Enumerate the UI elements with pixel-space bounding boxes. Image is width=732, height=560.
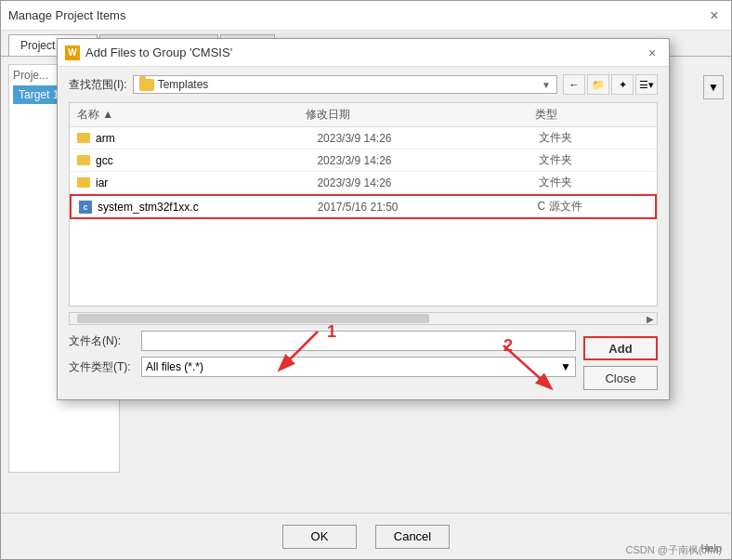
dialog-title-bar: W Add Files to Group 'CMSIS' × bbox=[58, 39, 669, 67]
location-value: Templates bbox=[158, 78, 538, 91]
file-row-system-stm32[interactable]: c system_stm32f1xx.c 2017/5/16 21:50 C 源… bbox=[70, 194, 657, 219]
filename-label: 文件名(N): bbox=[69, 333, 134, 349]
outer-bottom-bar: OK Cancel Help bbox=[1, 513, 731, 559]
file-type-arm: 文件夹 bbox=[539, 130, 649, 146]
scroll-thumb bbox=[77, 314, 429, 323]
dialog-title-text: Add Files to Group 'CMSIS' bbox=[85, 46, 232, 59]
folder-icon bbox=[139, 79, 154, 91]
add-files-dialog: W Add Files to Group 'CMSIS' × 查找范围(I): … bbox=[57, 38, 670, 400]
toolbar-buttons: ← 📁 ✦ ☰▾ bbox=[563, 74, 658, 95]
down-arrow-button[interactable]: ▼ bbox=[703, 75, 724, 99]
folder-up-icon: 📁 bbox=[592, 79, 605, 91]
file-date-system-stm32: 2017/5/16 21:50 bbox=[318, 201, 538, 214]
new-folder-icon: ✦ bbox=[619, 79, 627, 91]
file-date-gcc: 2023/3/9 14:26 bbox=[317, 154, 538, 167]
folder-icon-gcc bbox=[77, 155, 90, 165]
new-folder-button[interactable]: ✦ bbox=[611, 74, 634, 95]
dialog-app-icon: W bbox=[65, 46, 80, 60]
watermark: CSDN @子南枫(JIM) bbox=[626, 543, 722, 557]
location-bar: 查找范围(I): Templates ▼ ← 📁 ✦ bbox=[69, 74, 658, 95]
filetype-row: 文件类型(T): All files (*.*) ▼ bbox=[69, 357, 658, 377]
close-dialog-button[interactable]: Close bbox=[583, 366, 658, 390]
file-name-system-stm32: system_stm32f1xx.c bbox=[98, 201, 318, 214]
view-button[interactable]: ☰▾ bbox=[635, 74, 658, 95]
dialog-close-button[interactable]: × bbox=[643, 44, 661, 62]
file-list-header: 名称 ▲ 修改日期 类型 bbox=[70, 103, 657, 127]
filename-row: 文件名(N): bbox=[69, 331, 658, 351]
location-dropdown[interactable]: Templates ▼ bbox=[133, 75, 557, 94]
action-buttons: Add Close bbox=[583, 336, 658, 390]
location-label: 查找范围(I): bbox=[69, 77, 127, 93]
col-name-header[interactable]: 名称 ▲ bbox=[77, 107, 306, 123]
horizontal-scrollbar[interactable]: ▶ bbox=[69, 312, 658, 325]
col-date-header: 修改日期 bbox=[306, 107, 534, 123]
view-icon: ☰▾ bbox=[639, 79, 654, 91]
outer-window: Manage Project Items × Project Items Fol… bbox=[0, 0, 732, 560]
outer-title-bar: Manage Project Items × bbox=[1, 1, 731, 31]
file-date-arm: 2023/3/9 14:26 bbox=[317, 132, 538, 145]
dialog-title-left: W Add Files to Group 'CMSIS' bbox=[65, 46, 232, 60]
folder-up-button[interactable]: 📁 bbox=[587, 74, 609, 95]
folder-icon-arm bbox=[77, 133, 90, 143]
filetype-select[interactable]: All files (*.*) ▼ bbox=[141, 357, 576, 377]
outer-window-title: Manage Project Items bbox=[8, 8, 125, 22]
back-icon: ← bbox=[569, 79, 580, 90]
outer-close-button[interactable]: × bbox=[705, 7, 724, 25]
file-type-iar: 文件夹 bbox=[539, 175, 649, 190]
file-type-gcc: 文件夹 bbox=[539, 152, 649, 168]
ok-button[interactable]: OK bbox=[282, 525, 357, 549]
file-row-arm[interactable]: arm 2023/3/9 14:26 文件夹 bbox=[70, 127, 657, 150]
file-list-container: 名称 ▲ 修改日期 类型 arm 2023/3/9 14:26 文件夹 bbox=[69, 102, 658, 306]
cancel-button[interactable]: Cancel bbox=[375, 525, 450, 549]
col-type-header: 类型 bbox=[535, 107, 649, 123]
scroll-right-arrow[interactable]: ▶ bbox=[644, 314, 657, 324]
add-button[interactable]: Add bbox=[583, 336, 658, 360]
file-name-gcc: gcc bbox=[96, 154, 317, 167]
dialog-body: 查找范围(I): Templates ▼ ← 📁 ✦ bbox=[58, 67, 669, 399]
file-type-system-stm32: C 源文件 bbox=[538, 199, 647, 215]
back-button[interactable]: ← bbox=[563, 74, 585, 95]
filetype-label: 文件类型(T): bbox=[69, 359, 134, 375]
filetype-value: All files (*.*) bbox=[146, 360, 203, 373]
file-date-iar: 2023/3/9 14:26 bbox=[317, 176, 538, 189]
file-row-gcc[interactable]: gcc 2023/3/9 14:26 文件夹 bbox=[70, 150, 657, 172]
filetype-arrow-icon: ▼ bbox=[560, 360, 571, 373]
filename-input[interactable] bbox=[141, 331, 576, 351]
file-name-iar: iar bbox=[96, 176, 317, 189]
file-row-iar[interactable]: iar 2023/3/9 14:26 文件夹 bbox=[70, 172, 657, 194]
folder-icon-iar bbox=[77, 177, 90, 188]
file-name-arm: arm bbox=[96, 132, 317, 145]
dropdown-arrow-icon: ▼ bbox=[542, 80, 551, 90]
c-file-icon: c bbox=[79, 201, 92, 214]
